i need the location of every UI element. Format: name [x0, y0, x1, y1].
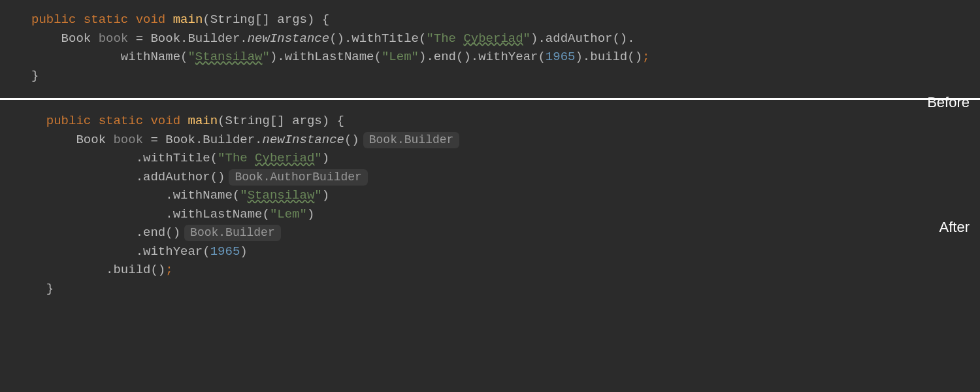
method-call: withTitle [143, 151, 210, 165]
dot: . [627, 31, 634, 46]
paren: ) [351, 133, 359, 147]
method-call: withName [173, 188, 233, 203]
dot: . [165, 207, 172, 221]
dot: . [255, 133, 262, 147]
dot: . [106, 263, 113, 277]
code-line: .end()Book.Builder [0, 223, 980, 242]
method-call: addAuthor [546, 31, 613, 46]
paren: ( [374, 50, 382, 64]
semicolon: ; [642, 50, 649, 64]
param-type: String [210, 12, 255, 27]
string-text: Lem [389, 50, 411, 64]
class-ref: Book [150, 31, 180, 46]
method-call: newInstance [248, 31, 329, 46]
dot: . [344, 31, 351, 46]
code-line: .withTitle("The Cyberiad") [0, 149, 980, 168]
keyword: void [136, 12, 166, 27]
paren: ( [165, 225, 172, 240]
paren: ) [419, 50, 426, 64]
typo-word: Stansilaw [248, 188, 315, 203]
paren: ( [218, 114, 225, 128]
code-line: .withYear(1965) [0, 242, 980, 261]
code-line: } [0, 280, 980, 299]
paren: ( [627, 50, 634, 64]
paren: ) [337, 31, 344, 46]
type: Book [76, 133, 106, 147]
equals: = [128, 31, 150, 46]
paren: ( [210, 151, 218, 165]
paren: ( [456, 50, 463, 64]
method-call: end [143, 225, 165, 240]
paren: ( [538, 50, 545, 64]
paren: ( [262, 207, 269, 221]
method-call: withName [121, 50, 180, 64]
after-label: After [939, 216, 970, 238]
paren: ) [270, 50, 277, 64]
string-text: The [225, 151, 255, 165]
typo-word: Stansilaw [195, 50, 263, 64]
method-call: build [590, 50, 627, 64]
paren: ) [322, 114, 329, 128]
dot: . [583, 50, 590, 64]
keyword: void [150, 114, 180, 128]
number-literal: 1965 [546, 50, 576, 64]
paren: ) [173, 225, 180, 240]
code-line: .addAuthor()Book.AuthorBuilder [0, 168, 980, 187]
builder-ref: Builder [188, 31, 240, 46]
brace: { [337, 114, 344, 128]
param-type: String [225, 114, 270, 128]
code-line: public static void main(String[] args) { [0, 112, 980, 131]
paren: ) [620, 31, 627, 46]
method-call: withLastName [285, 50, 374, 64]
method-call: withLastName [173, 207, 263, 221]
paren: ) [218, 170, 225, 184]
paren: ) [158, 263, 165, 277]
paren: ( [329, 31, 336, 46]
paren: ) [307, 207, 314, 221]
paren: ( [210, 170, 218, 184]
typo-word: Cyberiad [255, 151, 314, 165]
type-hint: Book.AuthorBuilder [229, 169, 367, 186]
string-literal: "Stansilaw" [240, 188, 321, 203]
dot: . [471, 50, 478, 64]
paren: ( [203, 244, 210, 259]
code-line: .withLastName("Lem") [0, 205, 980, 224]
code-line: } [0, 67, 980, 86]
paren: ) [575, 50, 582, 64]
paren: ) [240, 244, 247, 259]
code-line: public static void main(String[] args) { [0, 10, 980, 29]
paren: ( [612, 31, 619, 46]
paren: ( [233, 188, 240, 203]
brace: } [46, 282, 54, 296]
code-line: withName("Stansilaw").withLastName("Lem"… [0, 48, 980, 67]
paren: ( [180, 50, 188, 64]
method-call: withYear [143, 244, 203, 259]
keyword: public [31, 12, 76, 27]
code-line: .withName("Stansilaw") [0, 186, 980, 205]
string-literal: "Stansilaw" [188, 50, 269, 64]
dot: . [165, 188, 172, 203]
paren: ( [150, 263, 157, 277]
var-name: book [113, 133, 143, 147]
dot: . [240, 31, 247, 46]
var-name: book [99, 31, 129, 46]
before-section: public static void main(String[] args) {… [0, 0, 980, 98]
after-section: After public static void main(String[] a… [0, 100, 980, 304]
type: Book [61, 31, 91, 46]
param-name: args [277, 12, 307, 27]
brackets: [] [270, 114, 285, 128]
dot: . [538, 31, 545, 46]
paren: ) [531, 31, 538, 46]
method-call: withTitle [351, 31, 419, 46]
dot: . [277, 50, 284, 64]
brace: { [322, 12, 329, 27]
string-text: Lem [277, 207, 299, 221]
dot: . [136, 244, 143, 259]
paren: ) [635, 50, 642, 64]
brackets: [] [255, 12, 270, 27]
paren: ) [322, 188, 329, 203]
method-name: main [188, 114, 218, 128]
paren: ( [344, 133, 351, 147]
before-code: public static void main(String[] args) {… [0, 4, 980, 91]
string-literal: "Lem" [382, 50, 419, 64]
